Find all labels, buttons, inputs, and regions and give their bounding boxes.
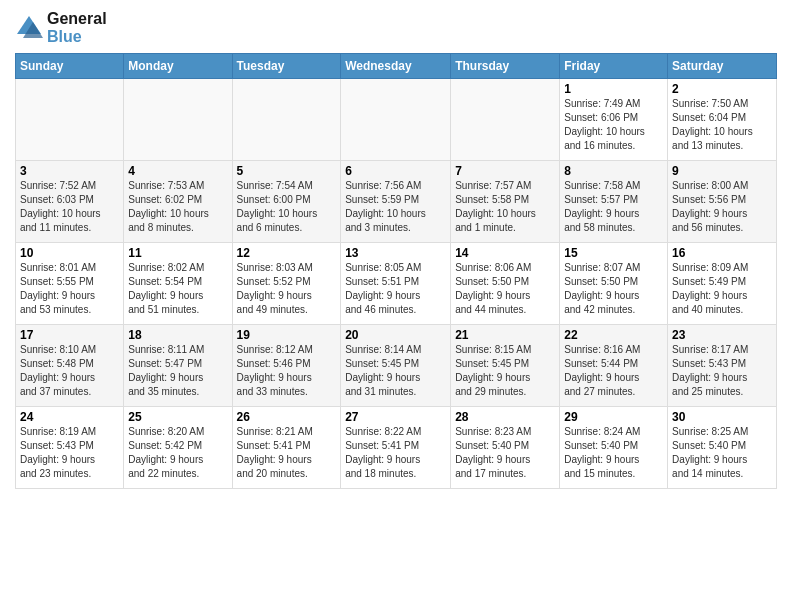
day-number: 13	[345, 246, 446, 260]
day-number: 26	[237, 410, 337, 424]
day-info: Sunrise: 8:17 AMSunset: 5:43 PMDaylight:…	[672, 343, 772, 399]
day-info: Sunrise: 7:50 AMSunset: 6:04 PMDaylight:…	[672, 97, 772, 153]
day-number: 15	[564, 246, 663, 260]
weekday-header-wednesday: Wednesday	[341, 54, 451, 79]
day-info: Sunrise: 7:49 AMSunset: 6:06 PMDaylight:…	[564, 97, 663, 153]
page: General Blue SundayMondayTuesdayWednesda…	[0, 0, 792, 612]
weekday-header-row: SundayMondayTuesdayWednesdayThursdayFrid…	[16, 54, 777, 79]
day-info: Sunrise: 8:21 AMSunset: 5:41 PMDaylight:…	[237, 425, 337, 481]
calendar-cell: 22Sunrise: 8:16 AMSunset: 5:44 PMDayligh…	[560, 325, 668, 407]
day-info: Sunrise: 8:20 AMSunset: 5:42 PMDaylight:…	[128, 425, 227, 481]
day-info: Sunrise: 7:53 AMSunset: 6:02 PMDaylight:…	[128, 179, 227, 235]
calendar-cell: 11Sunrise: 8:02 AMSunset: 5:54 PMDayligh…	[124, 243, 232, 325]
day-number: 21	[455, 328, 555, 342]
calendar-cell: 18Sunrise: 8:11 AMSunset: 5:47 PMDayligh…	[124, 325, 232, 407]
calendar-cell: 17Sunrise: 8:10 AMSunset: 5:48 PMDayligh…	[16, 325, 124, 407]
day-info: Sunrise: 8:05 AMSunset: 5:51 PMDaylight:…	[345, 261, 446, 317]
day-number: 20	[345, 328, 446, 342]
day-info: Sunrise: 8:24 AMSunset: 5:40 PMDaylight:…	[564, 425, 663, 481]
day-info: Sunrise: 7:58 AMSunset: 5:57 PMDaylight:…	[564, 179, 663, 235]
day-info: Sunrise: 8:22 AMSunset: 5:41 PMDaylight:…	[345, 425, 446, 481]
calendar-body: 1Sunrise: 7:49 AMSunset: 6:06 PMDaylight…	[16, 79, 777, 489]
day-number: 18	[128, 328, 227, 342]
calendar-cell: 26Sunrise: 8:21 AMSunset: 5:41 PMDayligh…	[232, 407, 341, 489]
day-number: 27	[345, 410, 446, 424]
calendar-cell	[341, 79, 451, 161]
calendar-table: SundayMondayTuesdayWednesdayThursdayFrid…	[15, 53, 777, 489]
calendar-cell: 8Sunrise: 7:58 AMSunset: 5:57 PMDaylight…	[560, 161, 668, 243]
calendar-cell: 28Sunrise: 8:23 AMSunset: 5:40 PMDayligh…	[451, 407, 560, 489]
day-info: Sunrise: 8:15 AMSunset: 5:45 PMDaylight:…	[455, 343, 555, 399]
day-info: Sunrise: 8:19 AMSunset: 5:43 PMDaylight:…	[20, 425, 119, 481]
day-info: Sunrise: 8:23 AMSunset: 5:40 PMDaylight:…	[455, 425, 555, 481]
day-info: Sunrise: 8:07 AMSunset: 5:50 PMDaylight:…	[564, 261, 663, 317]
calendar-week-row: 3Sunrise: 7:52 AMSunset: 6:03 PMDaylight…	[16, 161, 777, 243]
day-number: 8	[564, 164, 663, 178]
calendar-week-row: 1Sunrise: 7:49 AMSunset: 6:06 PMDaylight…	[16, 79, 777, 161]
calendar-cell: 7Sunrise: 7:57 AMSunset: 5:58 PMDaylight…	[451, 161, 560, 243]
calendar-cell: 6Sunrise: 7:56 AMSunset: 5:59 PMDaylight…	[341, 161, 451, 243]
day-number: 4	[128, 164, 227, 178]
calendar-cell: 15Sunrise: 8:07 AMSunset: 5:50 PMDayligh…	[560, 243, 668, 325]
day-number: 14	[455, 246, 555, 260]
calendar-cell: 25Sunrise: 8:20 AMSunset: 5:42 PMDayligh…	[124, 407, 232, 489]
calendar-week-row: 10Sunrise: 8:01 AMSunset: 5:55 PMDayligh…	[16, 243, 777, 325]
weekday-header-monday: Monday	[124, 54, 232, 79]
day-number: 10	[20, 246, 119, 260]
calendar-cell: 27Sunrise: 8:22 AMSunset: 5:41 PMDayligh…	[341, 407, 451, 489]
day-info: Sunrise: 8:09 AMSunset: 5:49 PMDaylight:…	[672, 261, 772, 317]
calendar-cell: 13Sunrise: 8:05 AMSunset: 5:51 PMDayligh…	[341, 243, 451, 325]
day-info: Sunrise: 8:02 AMSunset: 5:54 PMDaylight:…	[128, 261, 227, 317]
day-number: 9	[672, 164, 772, 178]
day-info: Sunrise: 8:03 AMSunset: 5:52 PMDaylight:…	[237, 261, 337, 317]
calendar-cell: 30Sunrise: 8:25 AMSunset: 5:40 PMDayligh…	[668, 407, 777, 489]
calendar-cell: 19Sunrise: 8:12 AMSunset: 5:46 PMDayligh…	[232, 325, 341, 407]
day-info: Sunrise: 7:54 AMSunset: 6:00 PMDaylight:…	[237, 179, 337, 235]
calendar-cell	[451, 79, 560, 161]
day-number: 6	[345, 164, 446, 178]
calendar-cell: 23Sunrise: 8:17 AMSunset: 5:43 PMDayligh…	[668, 325, 777, 407]
day-number: 25	[128, 410, 227, 424]
calendar-cell: 16Sunrise: 8:09 AMSunset: 5:49 PMDayligh…	[668, 243, 777, 325]
calendar-cell: 5Sunrise: 7:54 AMSunset: 6:00 PMDaylight…	[232, 161, 341, 243]
calendar-cell: 21Sunrise: 8:15 AMSunset: 5:45 PMDayligh…	[451, 325, 560, 407]
day-number: 23	[672, 328, 772, 342]
day-number: 2	[672, 82, 772, 96]
header: General Blue	[15, 10, 777, 45]
weekday-header-saturday: Saturday	[668, 54, 777, 79]
calendar-cell	[124, 79, 232, 161]
day-info: Sunrise: 8:14 AMSunset: 5:45 PMDaylight:…	[345, 343, 446, 399]
day-number: 5	[237, 164, 337, 178]
day-info: Sunrise: 8:12 AMSunset: 5:46 PMDaylight:…	[237, 343, 337, 399]
calendar-cell: 2Sunrise: 7:50 AMSunset: 6:04 PMDaylight…	[668, 79, 777, 161]
day-number: 7	[455, 164, 555, 178]
day-info: Sunrise: 7:56 AMSunset: 5:59 PMDaylight:…	[345, 179, 446, 235]
day-number: 28	[455, 410, 555, 424]
calendar-cell: 4Sunrise: 7:53 AMSunset: 6:02 PMDaylight…	[124, 161, 232, 243]
day-info: Sunrise: 8:11 AMSunset: 5:47 PMDaylight:…	[128, 343, 227, 399]
day-info: Sunrise: 8:16 AMSunset: 5:44 PMDaylight:…	[564, 343, 663, 399]
calendar-cell: 20Sunrise: 8:14 AMSunset: 5:45 PMDayligh…	[341, 325, 451, 407]
weekday-header-sunday: Sunday	[16, 54, 124, 79]
day-number: 22	[564, 328, 663, 342]
day-number: 19	[237, 328, 337, 342]
day-info: Sunrise: 8:10 AMSunset: 5:48 PMDaylight:…	[20, 343, 119, 399]
calendar-cell: 1Sunrise: 7:49 AMSunset: 6:06 PMDaylight…	[560, 79, 668, 161]
day-info: Sunrise: 7:52 AMSunset: 6:03 PMDaylight:…	[20, 179, 119, 235]
calendar-cell: 9Sunrise: 8:00 AMSunset: 5:56 PMDaylight…	[668, 161, 777, 243]
calendar-header: SundayMondayTuesdayWednesdayThursdayFrid…	[16, 54, 777, 79]
calendar-cell: 12Sunrise: 8:03 AMSunset: 5:52 PMDayligh…	[232, 243, 341, 325]
calendar-cell: 10Sunrise: 8:01 AMSunset: 5:55 PMDayligh…	[16, 243, 124, 325]
calendar-cell: 29Sunrise: 8:24 AMSunset: 5:40 PMDayligh…	[560, 407, 668, 489]
calendar-cell	[16, 79, 124, 161]
calendar-cell: 14Sunrise: 8:06 AMSunset: 5:50 PMDayligh…	[451, 243, 560, 325]
weekday-header-friday: Friday	[560, 54, 668, 79]
calendar-week-row: 24Sunrise: 8:19 AMSunset: 5:43 PMDayligh…	[16, 407, 777, 489]
calendar-cell: 3Sunrise: 7:52 AMSunset: 6:03 PMDaylight…	[16, 161, 124, 243]
logo-icon	[15, 14, 43, 42]
logo-text: General Blue	[47, 10, 107, 45]
day-info: Sunrise: 7:57 AMSunset: 5:58 PMDaylight:…	[455, 179, 555, 235]
day-number: 29	[564, 410, 663, 424]
day-info: Sunrise: 8:25 AMSunset: 5:40 PMDaylight:…	[672, 425, 772, 481]
weekday-header-thursday: Thursday	[451, 54, 560, 79]
